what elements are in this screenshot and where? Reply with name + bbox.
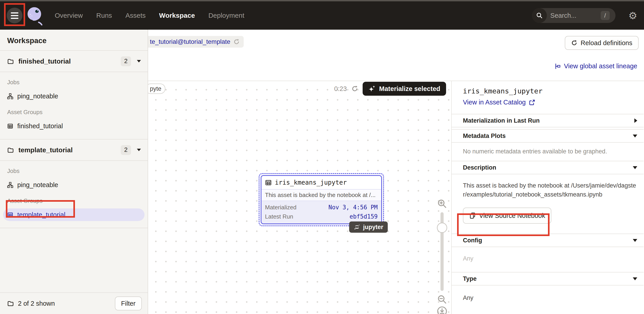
asset-group-item-template-tutorial[interactable]: template_tutorial [3, 208, 144, 221]
refresh-icon [571, 40, 577, 46]
job-item-label: ping_noteable [17, 181, 58, 189]
section-label: Config [463, 237, 482, 244]
search-icon [532, 8, 547, 23]
section-header-materialization-in-last-run[interactable]: Materialization in Last Run [452, 114, 644, 127]
zoom-out-icon[interactable] [437, 294, 447, 304]
view-source-notebook-label: View Source Notebook [479, 212, 545, 219]
section-label: Materialization in Last Run [463, 117, 540, 124]
asset-node-iris-kmeans-jupyter[interactable]: iris_kmeans_jupyter This asset is backed… [259, 173, 384, 226]
asset-node-stats: Materialized Nov 3, 4:56 PM Latest Run e… [262, 201, 381, 223]
download-graph-icon[interactable] [437, 306, 447, 314]
zoom-slider[interactable] [440, 212, 444, 291]
job-item-ping-noteable[interactable]: ping_noteable [3, 179, 144, 191]
filter-button[interactable]: Filter [115, 296, 142, 310]
chevron-down-icon [633, 166, 637, 169]
repo-count-badge: 2 [121, 145, 131, 155]
search-input[interactable] [550, 12, 591, 19]
jupyter-tag[interactable]: jupyter [349, 221, 388, 233]
search-box[interactable]: / [532, 8, 616, 23]
chevron-down-icon [633, 135, 637, 137]
section-label: Type [463, 275, 476, 282]
view-in-asset-catalog-link[interactable]: View in Asset Catalog [463, 99, 535, 106]
nav-item-workspace[interactable]: Workspace [159, 12, 195, 19]
config-value: Any [463, 247, 634, 272]
section-header-type[interactable]: Type [452, 272, 644, 285]
section-label: Description [463, 164, 496, 171]
clipped-jupyter-filter-tag[interactable]: pyte [148, 84, 166, 94]
section-header-description[interactable]: Description [452, 161, 644, 174]
view-global-asset-lineage-link[interactable]: View global asset lineage [554, 63, 637, 70]
main-nav: Overview Runs Assets Workspace Deploymen… [55, 12, 244, 19]
asset-node-title: iris_kmeans_jupyter [275, 179, 347, 186]
chevron-down-icon [633, 239, 637, 242]
sidebar-footer: 2 of 2 shown Filter [0, 292, 148, 314]
materialized-value[interactable]: Nov 3, 4:56 PM [328, 204, 378, 211]
asset-detail-panel: iris_kmeans_jupyter View in Asset Catalo… [452, 81, 644, 314]
job-icon [7, 182, 13, 188]
materialized-row: Materialized Nov 3, 4:56 PM [262, 203, 381, 212]
workspace-sidebar: Workspace finished_tutorial 2 Jobs ping_… [0, 30, 148, 314]
chevron-down-icon[interactable] [137, 60, 141, 63]
refresh-icon[interactable] [233, 39, 240, 45]
asset-group-item-label: template_tutorial [17, 211, 65, 218]
sidebar-title: Workspace [0, 30, 148, 51]
asset-group-icon [7, 212, 13, 218]
repo-name: template_tutorial [18, 146, 73, 154]
reload-definitions-label: Reload definitions [580, 39, 632, 47]
dagster-logo-icon [26, 6, 43, 25]
nav-item-overview[interactable]: Overview [55, 12, 83, 19]
latest-run-row: Latest Run ebf5d159 [262, 212, 381, 221]
latest-run-value[interactable]: ebf5d159 [350, 213, 378, 220]
metadata-empty-state-text: No numeric metadata entries available to… [463, 143, 634, 161]
type-value: Any [463, 285, 634, 306]
job-item-label: ping_noteable [17, 93, 58, 100]
jupyter-tag-label: jupyter [363, 224, 383, 231]
refresh-icon[interactable] [352, 85, 358, 92]
jobs-label: Jobs [7, 168, 144, 175]
nav-item-runs[interactable]: Runs [96, 12, 112, 19]
nav-item-deployment[interactable]: Deployment [208, 12, 244, 19]
top-navigation-bar: Overview Runs Assets Workspace Deploymen… [0, 1, 644, 30]
asset-groups-label: Asset Groups [7, 109, 144, 116]
graph-zoom-controls [436, 198, 448, 314]
view-source-notebook-button[interactable]: View Source Notebook [463, 207, 551, 224]
asset-graph-canvas[interactable]: pyte 0:23 Materialize selected iris_kmea… [148, 81, 452, 314]
repo-location-tag[interactable]: te_tutorial@tutorial_template [148, 36, 244, 48]
gear-icon[interactable]: ⚙ [628, 10, 637, 21]
graph-refresh-timer: 0:23 [334, 85, 347, 93]
jobs-label: Jobs [7, 79, 144, 86]
jupyter-logo-icon [354, 224, 360, 230]
repo-contents-template-tutorial: Jobs ping_noteable Asset Groups template… [0, 161, 148, 228]
section-header-metadata-plots[interactable]: Metadata Plots [452, 129, 644, 143]
asset-group-item-finished-tutorial[interactable]: finished_tutorial [3, 120, 144, 132]
repo-count-badge: 2 [121, 56, 131, 66]
copy-icon [469, 212, 476, 219]
job-item-ping-noteable[interactable]: ping_noteable [3, 90, 144, 102]
table-icon [265, 179, 272, 186]
reload-definitions-button[interactable]: Reload definitions [565, 36, 638, 50]
repo-section-template-tutorial[interactable]: template_tutorial 2 [0, 139, 148, 161]
job-icon [7, 93, 13, 99]
section-header-config[interactable]: Config [452, 234, 644, 247]
zoom-slider-handle[interactable] [437, 223, 447, 233]
repo-section-finished-tutorial[interactable]: finished_tutorial 2 [0, 51, 148, 72]
folder-icon [7, 58, 14, 65]
sparkle-icon [368, 85, 376, 92]
description-text: This asset is backed by the notebook at … [463, 174, 637, 199]
shown-count: 2 of 2 shown [18, 300, 55, 307]
asset-groups-label: Asset Groups [7, 197, 144, 204]
lineage-icon [554, 63, 561, 69]
section-label: Metadata Plots [463, 133, 506, 139]
materialized-label: Materialized [265, 204, 296, 211]
materialize-selected-button[interactable]: Materialize selected [362, 82, 446, 96]
folder-icon [7, 147, 14, 153]
view-in-asset-catalog-label: View in Asset Catalog [463, 99, 526, 106]
repo-location-label: te_tutorial@tutorial_template [150, 38, 230, 45]
asset-group-icon [7, 123, 13, 129]
latest-run-label: Latest Run [265, 213, 293, 220]
chevron-down-icon [633, 277, 637, 280]
nav-item-assets[interactable]: Assets [126, 12, 146, 19]
chevron-down-icon[interactable] [137, 149, 141, 151]
hamburger-menu-button[interactable] [7, 8, 22, 23]
zoom-in-icon[interactable] [437, 199, 447, 209]
